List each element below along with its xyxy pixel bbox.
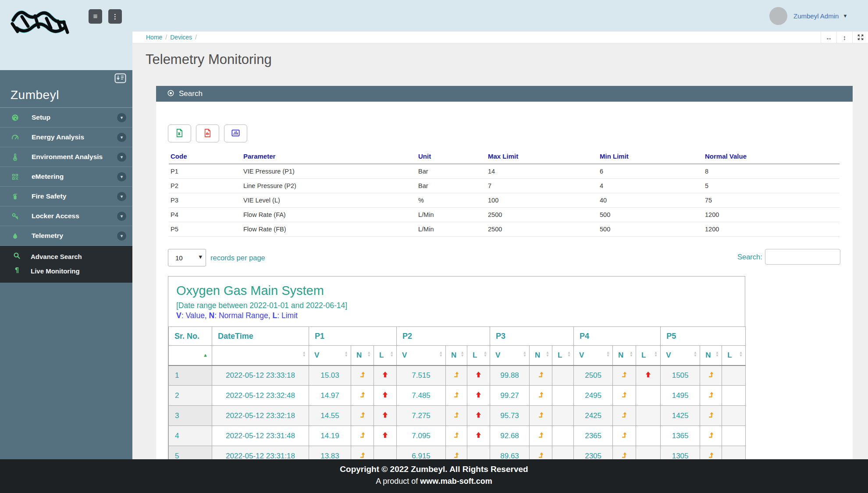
table-row: P2Line Pressure (P2)Bar745 <box>169 178 840 193</box>
cell-datetime: 2022-05-12 23:32:18 <box>212 406 309 426</box>
sort-header-p5-n[interactable]: N▲▼ <box>700 346 722 365</box>
sidebar-item-telemetry[interactable]: Telemetry▾ <box>0 226 132 246</box>
breadcrumb-link-home[interactable]: Home <box>146 34 162 41</box>
sidebar-subitem-label: Advance Search <box>25 253 82 260</box>
cell-p3-value: 95.73 <box>490 406 530 426</box>
sort-header-p4-l[interactable]: L▲▼ <box>636 346 661 365</box>
sort-header-datetime[interactable]: ▲▼ <box>212 346 309 365</box>
sort-header-p3-v[interactable]: V▲▼ <box>490 346 530 365</box>
sidebar-toggle-icon <box>114 78 126 85</box>
sidebar-item-environment-analysis[interactable]: Environment Analysis▾ <box>0 147 132 167</box>
sort-header-p4-n[interactable]: N▲▼ <box>613 346 636 365</box>
sidebar-item-emetering[interactable]: eMetering▾ <box>0 167 132 187</box>
cell-p1-value: 14.97 <box>309 386 351 406</box>
cell-p3-limit <box>552 426 574 446</box>
cell-p5-limit <box>722 426 746 446</box>
level-up-icon <box>708 391 715 400</box>
sort-header-p5-l[interactable]: L▲▼ <box>722 346 746 365</box>
subcolumn-label: N <box>535 351 540 360</box>
breadcrumb-bar: Home/Devices/ ↔↕ <box>132 32 868 43</box>
sidebar-menu: Setup▾Energy Analysis▾Environment Analys… <box>0 108 132 283</box>
sort-header-p1-l[interactable]: L▲▼ <box>374 346 397 365</box>
cell-p5-limit <box>722 386 746 406</box>
table-row: 42022-05-12 23:31:4814.197.09592.6823651… <box>169 426 746 446</box>
breadcrumb-link-devices[interactable]: Devices <box>170 34 192 41</box>
params-cell: P5 <box>169 222 242 236</box>
cell-p3-normal <box>530 426 552 446</box>
sidebar-item-setup[interactable]: Setup▾ <box>0 108 132 128</box>
sidebar-item-locker-access[interactable]: Locker Access▾ <box>0 206 132 226</box>
cell-p4-value: 2495 <box>574 386 613 406</box>
column-header-sr-no[interactable]: Sr. No. <box>169 327 212 346</box>
params-cell: Flow Rate (FB) <box>242 222 416 236</box>
cell-p2-value: 7.515 <box>397 365 446 386</box>
cell-p5-value: 1505 <box>661 365 700 386</box>
cell-p3-limit <box>552 386 574 406</box>
sort-icons: ▲▼ <box>345 351 348 357</box>
column-group-p4: P4 <box>574 327 661 346</box>
sidebar-item-live-monitoring[interactable]: ¶Live Monitoring <box>0 264 132 278</box>
level-up-icon <box>453 431 460 440</box>
user-menu[interactable]: Zumbeyl Admin ▼ <box>793 0 847 32</box>
table-search-input[interactable] <box>765 249 840 265</box>
cell-datetime: 2022-05-12 23:31:48 <box>212 426 309 446</box>
sort-header-p2-l[interactable]: L▲▼ <box>467 346 490 365</box>
subcolumn-label: V <box>666 351 671 360</box>
params-cell: 4 <box>598 178 703 193</box>
app-window: ≡ ⋮ Zumbeyl Setup▾Energy Analysis▾Enviro… <box>0 0 868 493</box>
cell-p4-value: 2365 <box>574 426 613 446</box>
level-up-icon <box>359 371 366 380</box>
cell-p4-normal <box>613 386 636 406</box>
cell-p2-normal <box>446 365 467 386</box>
sort-icons: ▲▼ <box>546 351 549 357</box>
sort-header-sr-no[interactable]: ▲ <box>169 346 212 365</box>
sidebar-collapse-button[interactable] <box>114 73 126 85</box>
sort-header-p5-v[interactable]: V▲▼ <box>661 346 700 365</box>
sidebar: ≡ ⋮ Zumbeyl Setup▾Energy Analysis▾Enviro… <box>0 0 132 493</box>
export-excel-button[interactable] <box>168 124 191 142</box>
params-cell: 2500 <box>486 207 598 222</box>
product-link[interactable]: www.mab-soft.com <box>420 477 492 486</box>
sidebar-item-fire-safety[interactable]: Fire Safety▾ <box>0 187 132 206</box>
level-up-icon <box>537 431 544 440</box>
sidebar-item-advance-search[interactable]: Advance Search <box>0 249 132 264</box>
cell-p2-value: 7.275 <box>397 406 446 426</box>
kebab-menu-button[interactable]: ⋮ <box>108 9 122 24</box>
export-pdf-button[interactable] <box>196 124 219 142</box>
resize-vertical-icon[interactable]: ↕ <box>836 32 852 43</box>
sort-header-p3-n[interactable]: N▲▼ <box>530 346 552 365</box>
expand-icon[interactable] <box>852 32 868 43</box>
sort-header-p1-v[interactable]: V▲▼ <box>309 346 351 365</box>
subcolumn-label: V <box>402 351 407 360</box>
level-up-icon <box>453 391 460 400</box>
cell-p1-normal <box>351 406 374 426</box>
resize-horizontal-icon[interactable]: ↔ <box>821 32 836 43</box>
level-up-icon <box>708 411 715 420</box>
page-size-select[interactable]: 10 <box>168 249 206 266</box>
export-buttons <box>168 124 247 142</box>
sort-header-p4-v[interactable]: V▲▼ <box>574 346 613 365</box>
search-icon <box>13 252 25 261</box>
cell-p3-limit <box>552 406 574 426</box>
sort-icons: ▲▼ <box>630 351 633 357</box>
chevron-down-icon: ▾ <box>117 212 126 221</box>
sidebar-item-energy-analysis[interactable]: Energy Analysis▾ <box>0 128 132 147</box>
bar-chart-icon <box>231 128 240 139</box>
sort-header-p2-v[interactable]: V▲▼ <box>397 346 446 365</box>
user-avatar[interactable] <box>769 7 787 25</box>
breadcrumb: Home/Devices/ <box>132 34 197 41</box>
sort-header-p2-n[interactable]: N▲▼ <box>446 346 467 365</box>
sidebar-item-label: Environment Analysis <box>25 153 117 161</box>
cell-p5-normal <box>700 426 722 446</box>
sidebar-submenu: Advance Search¶Live Monitoring <box>0 246 132 283</box>
sort-header-p3-l[interactable]: L▲▼ <box>552 346 574 365</box>
arrow-up-icon <box>381 411 389 421</box>
column-header-datetime[interactable]: DateTime <box>212 327 309 346</box>
hamburger-menu-button[interactable]: ≡ <box>89 9 102 24</box>
search-panel-header: Search <box>156 86 853 102</box>
sidebar-item-label: eMetering <box>25 173 117 181</box>
export-chart-button[interactable] <box>224 124 247 142</box>
cell-p1-value: 14.19 <box>309 426 351 446</box>
device-table-title: Oxygen Gas Main System <box>176 284 745 298</box>
sort-header-p1-n[interactable]: N▲▼ <box>351 346 374 365</box>
